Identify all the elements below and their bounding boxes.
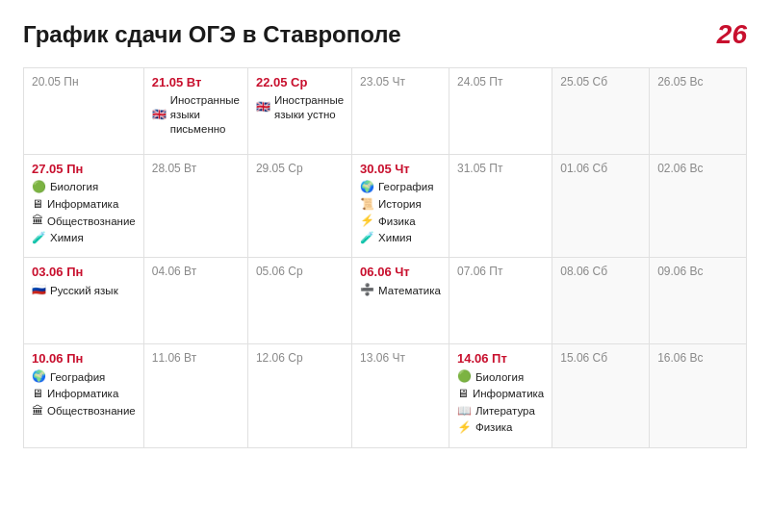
subject-list: 🇷🇺Русский язык bbox=[32, 283, 136, 298]
subject-name: География bbox=[50, 370, 105, 385]
calendar-cell: 15.06 Сб bbox=[552, 344, 650, 447]
calendar-cell: 20.05 Пн bbox=[24, 68, 144, 155]
calendar-cell: 24.05 Пт bbox=[449, 68, 552, 155]
subject-item: 🧪Химия bbox=[360, 231, 441, 246]
calendar-cell: 23.05 Чт bbox=[352, 68, 449, 155]
subject-icon: 🟢 bbox=[32, 180, 46, 195]
subject-name: Информатика bbox=[47, 197, 118, 212]
cell-date: 13.06 Чт bbox=[360, 351, 441, 365]
subject-icon: 📖 bbox=[457, 404, 472, 419]
cell-date: 27.05 Пн bbox=[32, 162, 136, 176]
calendar-cell: 01.06 Сб bbox=[552, 155, 650, 258]
subject-name: Физика bbox=[378, 215, 416, 229]
subject-name: Иностранные языки письменно bbox=[170, 93, 240, 137]
subject-item: 🖥Информатика bbox=[32, 197, 136, 213]
calendar-cell: 28.05 Вт bbox=[144, 155, 248, 258]
calendar-cell: 27.05 Пн🟢Биология🖥Информатика🏛Обществозн… bbox=[24, 155, 144, 258]
subject-name: История bbox=[378, 197, 422, 212]
subject-icon: 🇬🇧 bbox=[152, 108, 167, 123]
cell-date: 09.06 Вс bbox=[657, 265, 738, 278]
subject-item: 🏛Обществознание bbox=[32, 214, 136, 229]
calendar-cell: 05.06 Ср bbox=[248, 258, 352, 344]
subject-item: ⚡Физика bbox=[360, 214, 441, 229]
calendar-cell: 21.05 Вт🇬🇧Иностранные языки письменно bbox=[144, 68, 248, 155]
calendar-cell: 16.06 Вс bbox=[650, 344, 747, 447]
cell-date: 10.06 Пн bbox=[32, 351, 136, 366]
calendar-cell: 13.06 Чт bbox=[352, 344, 449, 447]
subject-icon: 🧪 bbox=[32, 231, 46, 246]
subject-name: Русский язык bbox=[50, 284, 118, 298]
subject-icon: 🇷🇺 bbox=[32, 283, 46, 298]
cell-date: 07.06 Пт bbox=[457, 265, 544, 278]
subject-icon: 🧪 bbox=[360, 231, 374, 246]
page-title: График сдачи ОГЭ в Ставрополе bbox=[23, 21, 401, 48]
cell-date: 01.06 Сб bbox=[560, 162, 641, 175]
cell-date: 23.05 Чт bbox=[360, 75, 441, 89]
calendar-cell: 09.06 Вс bbox=[650, 258, 747, 344]
calendar-cell: 29.05 Ср bbox=[248, 155, 352, 258]
subject-name: Обществознание bbox=[47, 404, 136, 418]
subject-icon: 🖥 bbox=[32, 387, 43, 402]
cell-date: 20.05 Пн bbox=[32, 75, 136, 89]
calendar-cell: 07.06 Пт bbox=[449, 258, 552, 344]
cell-date: 21.05 Вт bbox=[152, 75, 240, 89]
subject-item: 🟢Биология bbox=[32, 180, 136, 195]
subject-item: 🇬🇧Иностранные языки письменно bbox=[152, 93, 240, 137]
subject-icon: 🌍 bbox=[360, 180, 374, 195]
subject-icon: 📜 bbox=[360, 197, 374, 213]
subject-name: Обществознание bbox=[47, 215, 136, 229]
subject-list: 🌍География📜История⚡Физика🧪Химия bbox=[360, 180, 441, 245]
cell-date: 26.05 Вс bbox=[657, 75, 738, 89]
subject-icon: 🇬🇧 bbox=[256, 100, 270, 115]
subject-item: 🖥Информатика bbox=[457, 387, 544, 402]
cell-date: 06.06 Чт bbox=[360, 265, 441, 279]
cell-date: 16.06 Вс bbox=[657, 351, 738, 365]
cell-date: 05.06 Ср bbox=[256, 265, 344, 278]
cell-date: 04.06 Вт bbox=[152, 265, 240, 278]
subject-icon: ⚡ bbox=[360, 214, 374, 229]
subject-icon: 🌍 bbox=[32, 369, 46, 385]
cell-date: 02.06 Вс bbox=[657, 162, 738, 175]
subject-icon: ➗ bbox=[360, 283, 374, 298]
calendar-cell: 02.06 Вс bbox=[650, 155, 747, 258]
calendar-cell: 25.05 Сб bbox=[552, 68, 650, 155]
subject-list: 🟢Биология🖥Информатика🏛Обществознание🧪Хим… bbox=[32, 180, 136, 245]
subject-list: 🇬🇧Иностранные языки устно bbox=[256, 93, 344, 122]
subject-item: 🖥Информатика bbox=[32, 387, 136, 402]
calendar-cell: 31.05 Пт bbox=[449, 155, 552, 258]
calendar-cell: 08.06 Сб bbox=[552, 258, 650, 344]
calendar-grid: 20.05 Пн21.05 Вт🇬🇧Иностранные языки пись… bbox=[23, 67, 747, 448]
calendar-cell: 22.05 Ср🇬🇧Иностранные языки устно bbox=[248, 68, 352, 155]
subject-list: ➗Математика bbox=[360, 283, 441, 298]
subject-name: Математика bbox=[378, 284, 441, 298]
logo: 26 bbox=[717, 19, 747, 50]
cell-date: 15.06 Сб bbox=[560, 351, 641, 365]
calendar-cell: 06.06 Чт➗Математика bbox=[352, 258, 449, 344]
subject-name: Литература bbox=[475, 404, 535, 418]
subject-item: 🇬🇧Иностранные языки устно bbox=[256, 93, 344, 122]
subject-item: 🌍География bbox=[32, 369, 136, 385]
subject-name: Биология bbox=[50, 180, 98, 194]
subject-name: География bbox=[378, 180, 433, 194]
calendar-cell: 14.06 Пт🟢Биология🖥Информатика📖Литература… bbox=[449, 344, 552, 447]
subject-icon: 🟢 bbox=[457, 369, 472, 385]
cell-date: 29.05 Ср bbox=[256, 162, 344, 175]
cell-date: 28.05 Вт bbox=[152, 162, 240, 175]
subject-icon: 🖥 bbox=[457, 387, 469, 402]
subject-icon: ⚡ bbox=[457, 420, 472, 436]
subject-item: ⚡Физика bbox=[457, 420, 544, 436]
cell-date: 25.05 Сб bbox=[560, 75, 641, 89]
subject-name: Химия bbox=[50, 231, 84, 245]
subject-name: Химия bbox=[378, 231, 412, 245]
subject-list: 🇬🇧Иностранные языки письменно bbox=[152, 93, 240, 137]
subject-icon: 🖥 bbox=[32, 197, 43, 213]
cell-date: 03.06 Пн bbox=[32, 265, 136, 279]
calendar-cell: 26.05 Вс bbox=[650, 68, 747, 155]
cell-date: 30.05 Чт bbox=[360, 162, 441, 176]
subject-item: 🧪Химия bbox=[32, 231, 136, 246]
subject-list: 🌍География🖥Информатика🏛Обществознание bbox=[32, 369, 136, 418]
cell-date: 08.06 Сб bbox=[560, 265, 641, 278]
cell-date: 12.06 Ср bbox=[256, 351, 344, 365]
calendar-cell: 30.05 Чт🌍География📜История⚡Физика🧪Химия bbox=[352, 155, 449, 258]
cell-date: 14.06 Пт bbox=[457, 351, 544, 366]
